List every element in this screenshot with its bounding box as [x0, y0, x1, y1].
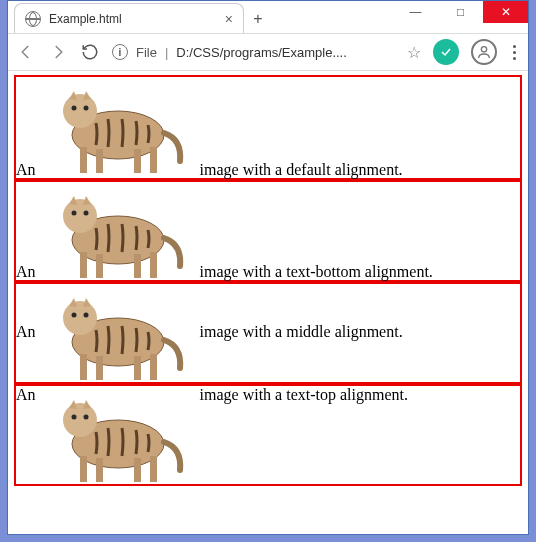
svg-point-40 [63, 403, 97, 437]
svg-rect-37 [96, 458, 103, 482]
example-row-text-bottom: An image with a text-bottom alignment. [14, 180, 522, 282]
svg-rect-38 [134, 458, 141, 482]
row-text-after: image with a middle alignment. [200, 323, 403, 340]
row-text-after: image with a default alignment. [200, 161, 403, 178]
tab-title: Example.html [49, 12, 217, 26]
svg-point-29 [63, 301, 97, 335]
browser-window: Example.html × + ― □ ✕ i File | D:/CSS/p… [7, 0, 529, 535]
url-text: D:/CSS/programs/Example.... [176, 45, 347, 60]
example-row-middle: An image with a middle alignment. [14, 282, 522, 384]
page-content: An image with a default alignment. An im… [8, 71, 528, 534]
svg-rect-25 [80, 354, 87, 380]
svg-rect-14 [80, 252, 87, 278]
svg-point-8 [71, 106, 76, 111]
svg-rect-36 [80, 456, 87, 482]
svg-rect-17 [150, 252, 157, 278]
svg-rect-5 [134, 149, 141, 173]
svg-point-31 [83, 313, 88, 318]
menu-button[interactable] [509, 45, 520, 60]
url-separator: | [165, 45, 168, 60]
forward-button[interactable] [48, 42, 68, 62]
url-field[interactable]: i File | D:/CSS/programs/Example.... [112, 44, 395, 60]
tiger-image [36, 77, 196, 175]
browser-tab[interactable]: Example.html × [14, 3, 244, 33]
address-bar: i File | D:/CSS/programs/Example.... ☆ [8, 33, 528, 71]
svg-point-41 [71, 415, 76, 420]
back-button[interactable] [16, 42, 36, 62]
url-scheme-label: File [136, 45, 157, 60]
row-text-before: An [16, 161, 36, 178]
svg-point-19 [71, 211, 76, 216]
example-row-default: An image with a default alignment. [14, 75, 522, 180]
tiger-image [36, 386, 196, 484]
window-controls: ― □ ✕ [393, 1, 528, 23]
row-text-before: An [16, 323, 36, 340]
tiger-image [36, 182, 196, 280]
svg-rect-28 [150, 354, 157, 380]
svg-rect-16 [134, 254, 141, 278]
globe-icon [25, 11, 41, 27]
bookmark-icon[interactable]: ☆ [407, 43, 421, 62]
maximize-button[interactable]: □ [438, 1, 483, 23]
svg-point-30 [71, 313, 76, 318]
row-text-after: image with a text-bottom alignment. [200, 263, 433, 280]
svg-rect-26 [96, 356, 103, 380]
close-tab-icon[interactable]: × [225, 11, 233, 27]
svg-point-42 [83, 415, 88, 420]
example-row-text-top: An image with a text-top alignment. [14, 384, 522, 486]
svg-rect-15 [96, 254, 103, 278]
titlebar: Example.html × + ― □ ✕ [8, 1, 528, 33]
svg-rect-4 [96, 149, 103, 173]
svg-point-18 [63, 199, 97, 233]
site-info-icon[interactable]: i [112, 44, 128, 60]
svg-rect-39 [150, 456, 157, 482]
svg-rect-6 [150, 147, 157, 173]
svg-rect-3 [80, 147, 87, 173]
minimize-button[interactable]: ― [393, 1, 438, 23]
profile-button[interactable] [471, 39, 497, 65]
row-text-before: An [16, 386, 36, 403]
row-text-before: An [16, 263, 36, 280]
row-text-after: image with a text-top alignment. [200, 386, 408, 403]
close-window-button[interactable]: ✕ [483, 1, 528, 23]
svg-point-7 [63, 94, 97, 128]
svg-point-20 [83, 211, 88, 216]
extension-button[interactable] [433, 39, 459, 65]
svg-point-9 [83, 106, 88, 111]
reload-button[interactable] [80, 42, 100, 62]
svg-point-0 [481, 47, 486, 52]
svg-rect-27 [134, 356, 141, 380]
tiger-image [36, 284, 196, 382]
new-tab-button[interactable]: + [244, 5, 272, 33]
